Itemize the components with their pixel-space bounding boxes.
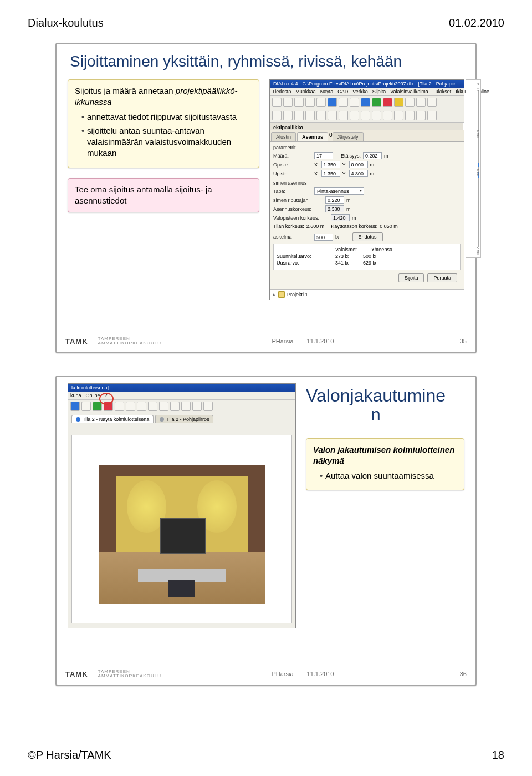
- tab-jarjestely[interactable]: Järjestely: [332, 132, 364, 141]
- toolbar-icon[interactable]: [350, 98, 359, 107]
- toolbar-icon[interactable]: [339, 111, 348, 120]
- toolbar-icon[interactable]: [137, 402, 146, 411]
- dot-icon: [160, 417, 164, 422]
- bullet-2: sijoittelu antaa suuntaa-antavan valaisi…: [81, 125, 252, 159]
- toolbar-icon[interactable]: [81, 402, 91, 411]
- toolbar-icon[interactable]: [316, 98, 326, 107]
- tab-asennus[interactable]: Asennus: [297, 132, 328, 141]
- toolbar-icon[interactable]: [316, 111, 326, 120]
- res-head-2: Valaismet: [335, 247, 357, 252]
- room-cabinet: [168, 580, 195, 596]
- toolbar-icon[interactable]: [272, 98, 282, 107]
- dialux-3d-viewer: kolmiulotteisena] kuna Online ?: [68, 383, 296, 628]
- slide1-title: Sijoittaminen yksittäin, ryhmissä, rivis…: [70, 53, 464, 70]
- toolbar-icon[interactable]: [93, 402, 102, 411]
- unit-m: m: [346, 197, 351, 203]
- toolbar-icon[interactable]: [203, 402, 213, 411]
- toolbar-icon[interactable]: [383, 111, 392, 120]
- menu-item[interactable]: Tiedosto: [272, 89, 291, 94]
- toolbar-icon[interactable]: [115, 402, 124, 411]
- input-riputtajan[interactable]: 0.220: [325, 196, 344, 204]
- project-tree[interactable]: ▸ Projekti 1: [270, 289, 464, 300]
- menu-item[interactable]: Näytä: [320, 89, 334, 94]
- res-head-3: Yhteensä: [371, 247, 392, 252]
- toolbar-icon[interactable]: [305, 98, 315, 107]
- slide-number: 36: [444, 671, 467, 677]
- tab-plan[interactable]: Tila 2 - Pohjapiirros: [155, 415, 213, 423]
- menu-item[interactable]: Online: [86, 393, 100, 398]
- callout-bullets: Auttaa valon suuntaamisessa: [313, 470, 457, 481]
- render-area[interactable]: [71, 435, 292, 623]
- toolbar-icon[interactable]: [159, 402, 168, 411]
- toolbar-icon[interactable]: [383, 98, 392, 107]
- toolbar-icon[interactable]: [126, 402, 135, 411]
- dialux-panel: DIALux 4.4 - C:\Program Files\DIALux\Pro…: [269, 79, 464, 300]
- lbl-asennus: simen asennus: [273, 180, 307, 186]
- toolbar-icon[interactable]: [148, 402, 157, 411]
- toolbar-icon[interactable]: [372, 111, 381, 120]
- toolbar-icon[interactable]: [339, 98, 348, 107]
- page-footer: ©P Harsia/TAMK 18: [28, 749, 504, 762]
- highlight-circle: [99, 393, 114, 405]
- toolbar-icon[interactable]: [305, 111, 315, 120]
- toolbar-icon[interactable]: [427, 111, 437, 120]
- val-tilakork: 2.600 m: [306, 224, 325, 229]
- footer-left: ©P Harsia/TAMK: [28, 749, 111, 762]
- sijoita-button[interactable]: Sijoita: [398, 273, 424, 282]
- toolbar-icon[interactable]: [181, 402, 191, 411]
- title-line1: Valonjakautumine: [306, 386, 446, 405]
- menu-item[interactable]: CAD: [337, 89, 348, 94]
- toolbar-icon[interactable]: [394, 111, 403, 120]
- tab-alustin[interactable]: Alustin: [271, 132, 296, 141]
- toolbar-icon[interactable]: [350, 111, 359, 120]
- input-upiste-y[interactable]: 4.800: [349, 170, 368, 177]
- lbl-tapa: Tapa:: [273, 189, 312, 194]
- menu-item[interactable]: kuna: [70, 393, 81, 398]
- menu-item[interactable]: Tulokset: [433, 89, 452, 94]
- slide-1: Sijoittaminen yksittäin, ryhmissä, rivis…: [55, 43, 477, 353]
- toolbar-icon[interactable]: [294, 98, 304, 107]
- toolbar-icon[interactable]: [405, 111, 415, 120]
- tab-3d[interactable]: Tila 2 - Näytä kolmiulotteisena: [71, 415, 154, 423]
- unit-m: m: [352, 215, 356, 221]
- select-asennustapa[interactable]: Pinta-asennus: [314, 187, 364, 195]
- toolbar-icon[interactable]: [394, 98, 403, 107]
- input-upiste-x[interactable]: 1.350: [321, 170, 340, 177]
- lbl-askelma: askelma: [273, 234, 312, 240]
- toolbar-icon[interactable]: [416, 98, 426, 107]
- viewer-titlebar: kolmiulotteisena]: [68, 384, 295, 392]
- toolbar-icon[interactable]: [361, 98, 370, 107]
- toolbar-icon[interactable]: [328, 98, 337, 107]
- input-opiste-x[interactable]: 1.350: [321, 161, 340, 168]
- toolbar-icon[interactable]: [427, 98, 437, 107]
- toolbar-icon[interactable]: [328, 111, 337, 120]
- input-opiste-y[interactable]: 0.000: [349, 161, 368, 168]
- app-titlebar: DIALux 4.4 - C:\Program Files\DIALux\Pro…: [270, 80, 464, 88]
- toolbar-icon[interactable]: [192, 402, 202, 411]
- toolbar-icon[interactable]: [294, 111, 304, 120]
- toolbar-icon[interactable]: [70, 402, 80, 411]
- input-maara[interactable]: 17: [314, 152, 333, 159]
- app-menubar[interactable]: Tiedosto Muokkaa Näytä CAD Verkko Sijoit…: [270, 88, 464, 96]
- peruuta-button[interactable]: Peruuta: [427, 273, 457, 282]
- lbl-valopiste: Valopisteen korkeus:: [273, 215, 329, 221]
- input-etaisyys[interactable]: 0.202: [363, 152, 382, 159]
- toolbar-icon[interactable]: [372, 98, 381, 107]
- menu-item[interactable]: Sijoita: [372, 89, 386, 94]
- toolbar-icon[interactable]: [405, 98, 415, 107]
- toolbar-icon[interactable]: [283, 111, 293, 120]
- toolbar-icon[interactable]: [361, 111, 370, 120]
- menu-item[interactable]: Valaisinvalikoima: [390, 89, 428, 94]
- header-left: Dialux-koulutus: [28, 17, 104, 29]
- floor-plan-view[interactable]: 5.00 4.50 4.00 2.50: [466, 79, 481, 258]
- toolbar-icon[interactable]: [170, 402, 180, 411]
- toolbar-icon[interactable]: [272, 111, 282, 120]
- ehdotus-button[interactable]: Ehdotus: [352, 232, 383, 241]
- input-askelma[interactable]: 500: [314, 234, 333, 241]
- plan-dim: 2.50: [476, 247, 480, 255]
- toolbar-icon[interactable]: [283, 98, 293, 107]
- menu-item[interactable]: Muokkaa: [295, 89, 316, 94]
- menu-item[interactable]: Verkko: [352, 89, 368, 94]
- toolbar-icon[interactable]: [416, 111, 426, 120]
- callout-lead: Sijoitus ja määrä annetaan: [75, 86, 173, 95]
